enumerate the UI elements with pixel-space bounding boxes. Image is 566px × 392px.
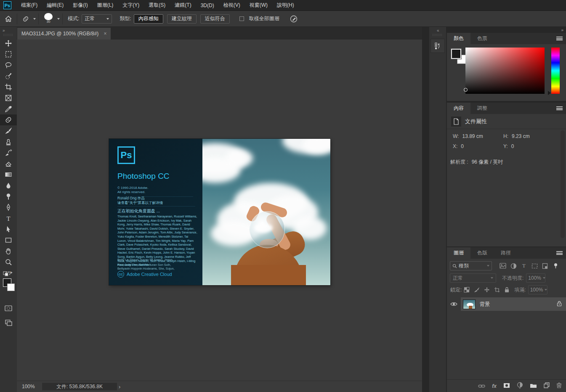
status-chevron-icon[interactable]: › [119, 384, 120, 390]
zoom-level-field[interactable]: 100% [22, 384, 42, 389]
layer-lock-icon[interactable] [557, 300, 562, 308]
quick-selection-tool[interactable] [0, 71, 17, 82]
history-brush-tool[interactable] [0, 147, 17, 158]
layer-filter-select[interactable]: 種類 [450, 261, 492, 270]
tab-adjustments[interactable]: 調整 [470, 103, 494, 114]
blur-tool[interactable] [0, 180, 17, 191]
eraser-tool[interactable] [0, 158, 17, 169]
x-value[interactable]: 0 [461, 143, 464, 149]
filter-smart-objects-icon[interactable] [540, 263, 550, 269]
type-proximity-match-button[interactable]: 近似符合 [200, 14, 230, 24]
home-icon[interactable] [3, 13, 14, 25]
quick-mask-icon[interactable] [0, 303, 17, 314]
filter-adjustment-layers-icon[interactable] [508, 263, 518, 269]
tool-preset-dropdown-icon[interactable] [33, 18, 36, 20]
tab-color[interactable]: 顏色 [447, 33, 470, 44]
tab-layers[interactable]: 圖層 [447, 247, 470, 259]
expand-right-dock-icon[interactable]: » [561, 28, 563, 32]
width-value[interactable]: 13.89 cm [462, 133, 483, 139]
close-icon[interactable]: × [104, 31, 106, 37]
crop-tool[interactable] [0, 82, 17, 93]
brush-tool[interactable] [0, 125, 17, 136]
brush-size-dropdown-icon[interactable] [57, 18, 60, 20]
new-group-icon[interactable] [530, 382, 537, 390]
tab-swatches[interactable]: 色票 [470, 33, 494, 44]
spot-healing-brush-tool[interactable] [0, 114, 17, 125]
layer-row[interactable]: 背景 [447, 297, 566, 311]
blend-mode-select[interactable]: 正常 [450, 273, 496, 283]
layer-style-icon[interactable]: fx [492, 383, 497, 389]
canvas-image[interactable]: Ps Photoshop CC © 1990-2018 Adobe. All r… [109, 139, 330, 285]
hue-slider-handle-icon[interactable] [548, 91, 551, 95]
rectangular-marquee-tool[interactable] [0, 49, 17, 60]
lasso-tool[interactable] [0, 60, 17, 71]
dodge-tool[interactable] [0, 191, 17, 202]
fill-select[interactable]: 100% [528, 285, 547, 294]
menu-image[interactable]: 影像(I) [68, 0, 92, 11]
lock-position-icon[interactable] [484, 287, 490, 293]
spot-healing-brush-preset-icon[interactable] [20, 13, 32, 25]
panel-menu-icon[interactable] [556, 251, 563, 255]
opacity-select[interactable]: 100% [526, 273, 545, 283]
swap-colors-icon[interactable] [3, 271, 13, 278]
foreground-color-swatch[interactable] [451, 49, 461, 59]
path-selection-tool[interactable] [0, 224, 17, 235]
expand-dock-icon[interactable]: » [0, 27, 17, 33]
gradient-tool[interactable] [0, 169, 17, 180]
link-layers-icon[interactable] [478, 382, 485, 390]
lock-all-icon[interactable] [504, 287, 510, 293]
delete-layer-icon[interactable] [556, 382, 562, 390]
resolution-value[interactable]: 96 像素 / 英吋 [472, 159, 503, 165]
menu-3d[interactable]: 3D(D) [196, 1, 219, 10]
layer-visibility-toggle[interactable] [447, 302, 461, 307]
new-adjustment-layer-icon[interactable] [517, 382, 523, 390]
height-value[interactable]: 9.23 cm [512, 133, 530, 139]
tab-channels[interactable]: 色版 [470, 247, 494, 259]
menu-edit[interactable]: 編輯(E) [42, 0, 68, 11]
zoom-tool[interactable] [0, 257, 17, 268]
history-panel-icon[interactable] [430, 39, 445, 53]
rectangle-tool[interactable] [0, 235, 17, 246]
y-value[interactable]: 0 [511, 143, 514, 149]
lock-pixels-icon[interactable] [474, 287, 480, 293]
eyedropper-tool[interactable] [0, 103, 17, 114]
sample-all-layers-checkbox[interactable] [239, 16, 244, 21]
menu-layer[interactable]: 圖層(L) [93, 0, 118, 11]
hue-slider[interactable] [551, 48, 560, 94]
hand-tool[interactable] [0, 246, 17, 257]
scrollbar[interactable] [561, 130, 565, 238]
filter-pixel-layers-icon[interactable] [498, 263, 508, 269]
clone-stamp-tool[interactable] [0, 136, 17, 147]
lock-artboard-icon[interactable] [494, 287, 500, 293]
add-layer-mask-icon[interactable] [503, 382, 510, 390]
panel-menu-icon[interactable] [556, 37, 563, 40]
background-color-swatch[interactable] [7, 283, 15, 291]
screen-mode-icon[interactable] [0, 317, 17, 328]
new-layer-icon[interactable] [544, 382, 550, 390]
canvas-pasteboard[interactable]: Ps Photoshop CC © 1990-2018 Adobe. All r… [17, 40, 422, 381]
menu-window[interactable]: 視窗(W) [245, 0, 272, 11]
color-field-marker[interactable] [464, 88, 468, 92]
filter-type-layers-icon[interactable]: T [519, 262, 529, 269]
type-tool[interactable]: T [0, 213, 17, 224]
document-tab[interactable]: MAO3114.JPG @ 100% (RGB/8#) × [17, 28, 111, 40]
menu-select[interactable]: 選取(S) [144, 0, 170, 11]
menu-view[interactable]: 檢視(V) [219, 0, 245, 11]
panel-menu-icon[interactable] [556, 106, 563, 110]
menu-file[interactable]: 檔案(F) [16, 0, 42, 11]
tab-paths[interactable]: 路徑 [494, 247, 518, 259]
collapse-dock-icon[interactable]: « [429, 27, 446, 33]
filter-shape-layers-icon[interactable] [529, 263, 539, 269]
menu-type[interactable]: 文字(Y) [118, 0, 144, 11]
file-info-field[interactable]: 文件: 536.8K/536.8K [42, 383, 117, 390]
brush-size-picker[interactable]: 30 [41, 13, 56, 25]
pen-pressure-icon[interactable] [288, 13, 300, 25]
frame-tool[interactable] [0, 93, 17, 103]
color-field[interactable] [465, 48, 545, 94]
mode-select[interactable]: 正常 [82, 14, 112, 24]
menu-help[interactable]: 說明(H) [272, 0, 299, 11]
type-content-aware-button[interactable]: 內容感知 [134, 14, 163, 24]
menu-filter[interactable]: 濾鏡(T) [170, 0, 196, 11]
lock-transparency-icon[interactable] [464, 287, 470, 293]
move-tool[interactable] [0, 38, 17, 49]
